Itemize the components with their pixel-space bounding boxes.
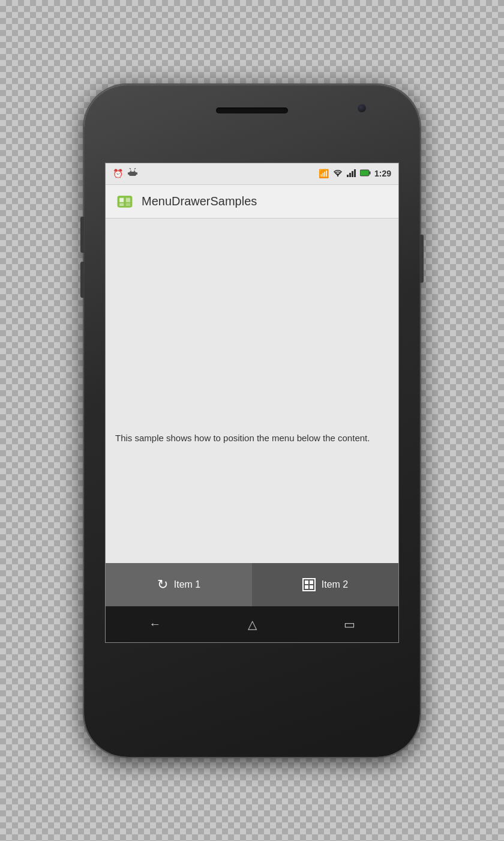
battery-icon [360,169,371,178]
app-icon [115,191,134,211]
status-bar: ⏰ 📶 [106,163,398,185]
volume-up-button[interactable] [80,217,84,253]
svg-rect-8 [347,175,349,177]
back-button[interactable]: ← [137,612,173,636]
svg-rect-10 [352,171,353,177]
svg-rect-11 [354,169,356,177]
app-title: MenuDrawerSamples [142,194,257,208]
svg-point-0 [130,170,131,172]
svg-rect-15 [119,198,124,202]
grid-cell [310,580,313,584]
android-status-icon [128,168,137,179]
signal-icon [347,169,356,179]
svg-rect-2 [129,172,136,176]
speaker [216,107,288,113]
svg-rect-18 [126,203,130,206]
nav-item-2-label: Item 2 [322,579,348,590]
alarm-icon: ⏰ [113,169,123,178]
status-left-icons: ⏰ [113,168,137,179]
svg-rect-16 [126,198,130,202]
screen: ⏰ 📶 [105,163,399,643]
svg-point-1 [134,170,135,172]
bottom-bezel [84,643,420,757]
bottom-nav: ↻ Item 1 Item 2 [106,563,398,606]
refresh-icon: ↻ [157,577,168,592]
phone-device: ⏰ 📶 [84,85,420,757]
front-camera [358,104,366,112]
status-time: 1:29 [374,169,391,178]
svg-line-5 [130,168,131,169]
wifi-icon [332,169,343,179]
content-description: This sample shows how to position the me… [115,432,389,445]
svg-point-7 [337,175,338,176]
volume-down-button[interactable] [80,262,84,298]
app-bar: MenuDrawerSamples [106,185,398,219]
top-bezel [84,85,420,163]
power-button[interactable] [420,235,424,283]
grid-cell [305,580,308,584]
status-right-icons: 📶 [319,169,391,179]
home-button[interactable]: △ [236,612,269,636]
nav-item-1[interactable]: ↻ Item 1 [106,563,252,606]
svg-rect-12 [360,170,369,176]
system-nav-bar: ← △ ▭ [106,606,398,642]
grid-cell [305,585,308,589]
svg-line-6 [134,168,136,169]
recents-button[interactable]: ▭ [332,612,367,636]
svg-rect-13 [369,172,370,175]
svg-rect-9 [349,173,351,177]
nav-item-2[interactable]: Item 2 [252,563,398,606]
grid-icon [302,578,316,591]
grid-cell [310,585,313,589]
svg-rect-3 [128,172,129,175]
nav-item-1-label: Item 1 [174,579,200,590]
main-content: This sample shows how to position the me… [106,219,398,563]
svg-rect-17 [119,203,124,206]
nfc-icon: 📶 [319,169,329,178]
svg-rect-4 [136,172,137,175]
